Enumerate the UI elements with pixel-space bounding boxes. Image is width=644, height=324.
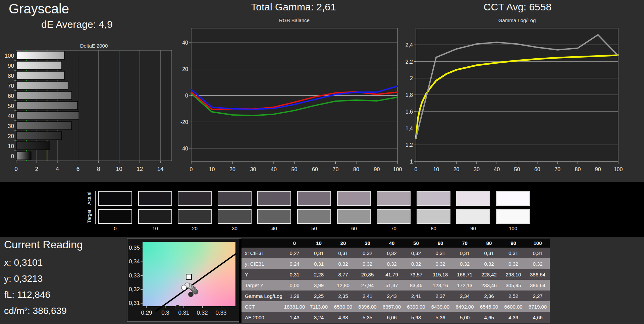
measurement-table: 0102030405060708090100x: CIE310,270,310,… [239,239,550,323]
svg-text:80: 80 [353,167,359,172]
table-row-label: y: CIE31 [241,258,282,269]
actual-swatch-0 [98,191,132,206]
table-row: x: CIE310,270,310,310,320,320,320,310,31… [241,248,550,258]
table-value-cell: 6545,00 [477,301,501,312]
table-value-cell: 0,31 [331,248,356,258]
table-value-cell: 386,64 [526,280,550,290]
table-value-cell: 0,31 [307,248,331,258]
table-value-cell: 7113,00 [307,301,331,312]
table-value-cell: 0,31 [282,269,307,280]
svg-text:1,6: 1,6 [406,109,413,115]
svg-text:90: 90 [8,63,14,69]
current-reading-title: Current Reading [4,239,83,251]
svg-text:10: 10 [116,166,122,172]
table-value-cell: 166,71 [452,269,477,280]
table-value-cell: 115,18 [428,269,453,280]
svg-text:90: 90 [374,167,380,172]
table-value-cell: 2,52 [501,290,526,301]
table-value-cell: 0,00 [282,280,307,290]
svg-text:60: 60 [312,167,318,172]
svg-text:8: 8 [97,166,100,172]
svg-text:10: 10 [209,167,215,172]
table-value-cell: 298,10 [501,269,526,280]
swatch-step-label: 10 [138,225,172,231]
svg-text:-20: -20 [180,119,188,125]
cie-y-tick: 0,35 [127,245,140,251]
cie-x-tick: 0,29 [138,310,155,316]
table-value-cell: 20,85 [355,269,380,280]
swatch-step-label: 30 [218,225,252,231]
table-value-cell: 0,32 [355,258,380,269]
actual-swatch-60 [337,191,371,206]
svg-text:40: 40 [8,113,14,119]
table-value-cell: 0,31 [501,248,526,258]
swatch-step-label: 0 [98,225,132,231]
svg-text:0: 0 [190,167,193,172]
table-value-cell: 3,99 [307,280,331,290]
actual-swatch-20 [178,191,212,206]
table-value-cell: 6,06 [380,312,404,323]
svg-text:10: 10 [433,167,439,172]
cie-markers-overlay [127,239,240,321]
actual-swatch-90 [456,191,490,206]
table-value-cell: 0,32 [331,258,356,269]
table-row-label: ΔE 2000 [241,312,282,323]
table-value-cell: 0,31 [477,248,501,258]
cie-x-tick: 0,32 [194,310,211,316]
svg-text:60: 60 [8,93,14,99]
table-value-cell: 5,93 [404,312,428,323]
table-value-cell: 0,31 [307,258,331,269]
cie-y-tick: 0,31 [127,300,140,307]
gamma-loglog-chart: 11,21,41,61,822,22,401020304050607080901… [409,25,627,170]
table-value-cell: 3,24 [307,312,331,323]
table-row-label: Gamma Log/Log [241,290,282,301]
gamma-chart-title: Gamma Log/Log [416,17,618,23]
table-value-cell: 0,27 [282,248,307,258]
actual-swatch-30 [218,191,252,206]
table-row: CCT18381,007113,006530,006396,006357,006… [241,301,550,312]
swatch-step-label: 70 [377,225,411,231]
table-value-cell: 6600,00 [501,301,526,312]
svg-text:70: 70 [333,167,339,172]
actual-swatch-10 [138,191,172,206]
table-value-cell: 6439,00 [428,301,453,312]
table-value-cell: 51,37 [380,280,404,290]
table-value-cell: 18381,00 [282,301,307,312]
table-row: Gamma Log/Log1,282,252,352,412,432,412,3… [241,290,550,301]
cie-chromaticity-chart: 0,350,340,330,320,310,290,30,310,320,33 [127,238,241,322]
swatch-row-label-actual: Actual [87,191,92,206]
charts-panel: Grayscale dE Average: 4,9 Total Gamma: 2… [0,0,644,182]
svg-text:40: 40 [271,167,277,172]
svg-text:0: 0 [14,166,17,172]
table-value-cell: 386,64 [526,269,550,280]
svg-text:4: 4 [56,166,59,172]
table-value-cell: 5,35 [355,312,380,323]
table-value-cell: 4,66 [526,312,550,323]
table-value-cell: 0,32 [355,248,380,258]
table-value-cell: 12,80 [331,280,356,290]
table-header-cell: 90 [501,239,526,248]
svg-text:20: 20 [182,66,188,72]
table-header-cell: 100 [526,239,550,248]
table-value-cell: 5,00 [452,312,477,323]
rgb-balance-chart: 40200-20-400102030405060708090100 [184,25,402,170]
table-header-cell: 30 [355,239,380,248]
table-value-cell: 41,79 [380,269,404,280]
target-swatch-100 [496,209,530,224]
svg-text:30: 30 [8,123,14,129]
table-header-cell: 80 [477,239,501,248]
table-row: ΔE 20001,433,244,385,356,065,935,365,004… [241,312,550,323]
swatch-step-label: 80 [417,225,450,231]
table-value-cell: 2,37 [428,290,453,301]
table-header-cell: 50 [404,239,428,248]
cie-x-tick: 0,3 [157,310,174,316]
target-swatch-60 [337,209,371,224]
swatch-step-label: 50 [297,225,331,231]
table-row-label: Y [241,269,282,280]
calibration-report: Grayscale dE Average: 4,9 Total Gamma: 2… [0,0,644,324]
svg-text:12: 12 [137,166,143,172]
svg-text:6: 6 [76,166,79,172]
table-value-cell: 0,32 [404,248,428,258]
swatch-axis-line [95,191,96,224]
target-swatch-70 [377,209,411,224]
